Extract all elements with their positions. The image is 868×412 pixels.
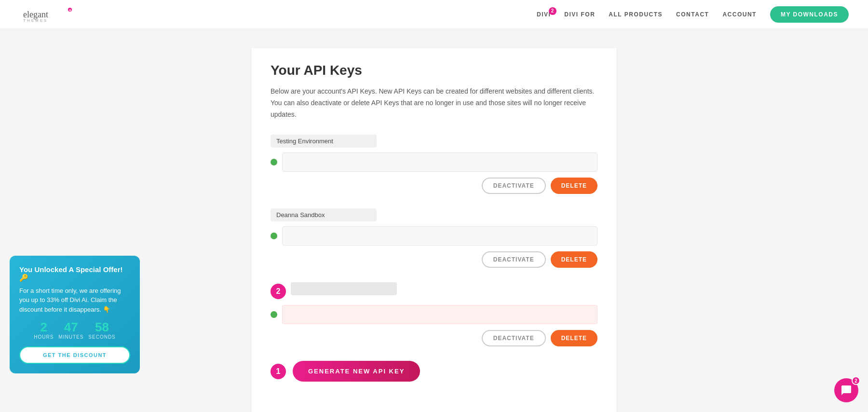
nav-all-products[interactable]: ALL PRODUCTS bbox=[609, 11, 663, 18]
nav-divi-for[interactable]: DIVI FOR bbox=[564, 11, 595, 18]
api-key-row-3 bbox=[271, 305, 597, 324]
delete-button-3[interactable]: DELETE bbox=[551, 330, 597, 346]
logo[interactable]: elegant THEMES ✦ bbox=[19, 6, 77, 23]
svg-text:THEMES: THEMES bbox=[23, 18, 48, 23]
api-name-input-2[interactable] bbox=[271, 208, 377, 221]
api-name-input-1[interactable] bbox=[271, 135, 377, 148]
delete-button-1[interactable]: DELETE bbox=[551, 178, 597, 194]
chat-icon bbox=[841, 385, 852, 396]
status-dot-2 bbox=[271, 233, 277, 239]
api-actions-3: DEACTIVATE DELETE bbox=[271, 330, 597, 346]
status-dot-3 bbox=[271, 311, 277, 318]
nav-contact[interactable]: CONTACT bbox=[676, 11, 709, 18]
seconds-value: 58 bbox=[88, 321, 115, 333]
api-actions-2: DEACTIVATE DELETE bbox=[271, 251, 597, 268]
page-description: Below are your account's API Keys. New A… bbox=[271, 86, 597, 120]
api-entry-2: DEACTIVATE DELETE bbox=[271, 208, 597, 268]
hours-label: HOURS bbox=[34, 334, 54, 340]
api-key-row-1 bbox=[271, 152, 597, 172]
minutes-value: 47 bbox=[58, 321, 83, 333]
deactivate-button-2[interactable]: DEACTIVATE bbox=[482, 251, 546, 268]
countdown: 2 HOURS 47 MINUTES 58 SECONDS bbox=[19, 321, 130, 340]
content-area: Your API Keys Below are your account's A… bbox=[251, 48, 617, 412]
api-key-field-2[interactable] bbox=[282, 226, 597, 246]
minutes-label: MINUTES bbox=[58, 334, 83, 340]
logo-svg: elegant THEMES ✦ bbox=[19, 6, 77, 23]
svg-text:elegant: elegant bbox=[23, 10, 48, 19]
api-key-row-2 bbox=[271, 226, 597, 246]
api-key-field-3[interactable] bbox=[282, 305, 597, 324]
hours-value: 2 bbox=[34, 321, 54, 333]
api-entry-3: 2 DEACTIVATE DELETE bbox=[271, 282, 597, 346]
svg-text:✦: ✦ bbox=[68, 8, 72, 13]
countdown-hours: 2 HOURS bbox=[34, 321, 54, 340]
api-name-input-3[interactable] bbox=[291, 282, 397, 295]
delete-button-2[interactable]: DELETE bbox=[551, 251, 597, 268]
countdown-minutes: 47 MINUTES bbox=[58, 321, 83, 340]
chat-bubble[interactable]: 2 bbox=[834, 378, 858, 402]
discount-button[interactable]: GET THE DISCOUNT bbox=[19, 346, 130, 364]
entry-badge-2: 2 bbox=[271, 284, 286, 299]
api-actions-1: DEACTIVATE DELETE bbox=[271, 178, 597, 194]
offer-popup: You Unlocked A Special Offer! 🔑 For a sh… bbox=[10, 256, 140, 374]
my-downloads-button[interactable]: MY DOWNLOADS bbox=[770, 6, 849, 23]
deactivate-button-3[interactable]: DEACTIVATE bbox=[482, 330, 546, 346]
status-dot-1 bbox=[271, 159, 277, 165]
seconds-label: SECONDS bbox=[88, 334, 115, 340]
site-header: elegant THEMES ✦ DIVI 2 DIVI FOR ALL PRO… bbox=[0, 0, 868, 29]
generate-row: 1 GENERATE NEW API KEY bbox=[271, 361, 597, 382]
nav-account[interactable]: ACCOUNT bbox=[722, 11, 757, 18]
main-nav: DIVI 2 DIVI FOR ALL PRODUCTS CONTACT ACC… bbox=[537, 6, 849, 23]
divi-badge: 2 bbox=[549, 7, 556, 15]
generate-badge: 1 bbox=[271, 364, 286, 379]
api-entry-1: DEACTIVATE DELETE bbox=[271, 135, 597, 194]
countdown-seconds: 58 SECONDS bbox=[88, 321, 115, 340]
chat-badge: 2 bbox=[852, 376, 860, 385]
nav-divi[interactable]: DIVI 2 bbox=[537, 11, 551, 18]
page-title: Your API Keys bbox=[271, 63, 597, 78]
deactivate-button-1[interactable]: DEACTIVATE bbox=[482, 178, 546, 194]
offer-title: You Unlocked A Special Offer! 🔑 bbox=[19, 265, 130, 282]
generate-api-key-button[interactable]: GENERATE NEW API KEY bbox=[293, 361, 420, 382]
api-key-field-1[interactable] bbox=[282, 152, 597, 172]
offer-body: For a short time only, we are offering y… bbox=[19, 286, 130, 315]
